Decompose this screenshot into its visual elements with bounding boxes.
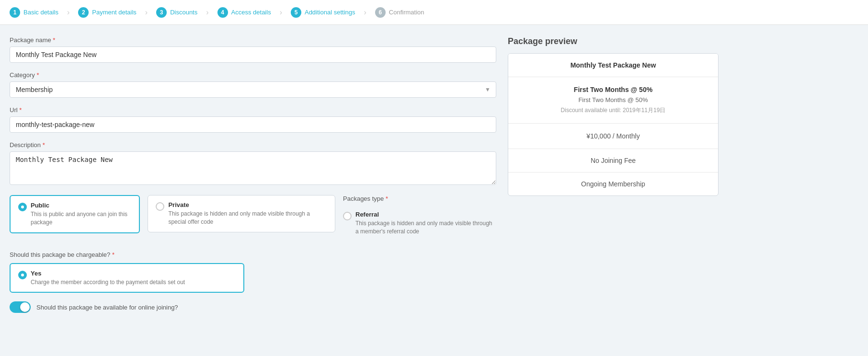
package-name-required: * bbox=[53, 36, 55, 44]
private-option[interactable]: Private This package is hidden and only … bbox=[148, 195, 335, 232]
public-radio[interactable] bbox=[18, 203, 27, 211]
step-6-label: Confirmation bbox=[389, 9, 424, 16]
private-radio[interactable] bbox=[156, 202, 164, 211]
package-name-group: Package name * bbox=[10, 36, 496, 63]
joining-fee-text: No Joining Fee bbox=[591, 157, 636, 164]
referral-text: Referral This package is hidden and only… bbox=[355, 211, 496, 236]
preview-title: Package preview bbox=[508, 36, 719, 46]
online-joining-label: Should this package be available for onl… bbox=[36, 304, 178, 311]
referral-option[interactable]: Referral This package is hidden and only… bbox=[343, 205, 496, 241]
referral-title: Referral bbox=[355, 211, 496, 218]
step-5[interactable]: 5 Additional settings bbox=[283, 7, 363, 18]
preview-card: Monthly Test Package New First Two Month… bbox=[508, 53, 719, 196]
ongoing-text: Ongoing Membership bbox=[581, 180, 645, 188]
public-option[interactable]: Public This is public and anyone can joi… bbox=[10, 195, 140, 233]
yes-title: Yes bbox=[31, 270, 185, 277]
public-desc: This is public and anyone can join this … bbox=[31, 210, 131, 227]
category-group: Category * Membership ▼ bbox=[10, 71, 496, 98]
divider-4: › bbox=[279, 8, 283, 17]
step-4-circle: 4 bbox=[217, 7, 228, 18]
step-1-label: Basic details bbox=[23, 9, 58, 16]
public-title: Public bbox=[31, 202, 131, 209]
private-title: Private bbox=[168, 201, 327, 208]
step-5-circle: 5 bbox=[291, 7, 301, 18]
online-joining-toggle[interactable] bbox=[10, 301, 31, 313]
yes-text: Yes Charge the member according to the p… bbox=[31, 270, 185, 287]
stepper: 1 Basic details › 2 Payment details › 3 … bbox=[0, 0, 868, 25]
referral-desc: This package is hidden and only made vis… bbox=[355, 219, 496, 236]
referral-radio[interactable] bbox=[343, 212, 352, 220]
preview-price-section: ¥10,000 / Monthly bbox=[508, 124, 718, 149]
description-input[interactable] bbox=[10, 151, 496, 185]
discount-sub: First Two Months @ 50% bbox=[516, 96, 710, 103]
private-text: Private This package is hidden and only … bbox=[168, 201, 327, 226]
url-group: Url * bbox=[10, 106, 496, 133]
package-name-label: Package name * bbox=[10, 36, 496, 44]
chargeable-required: * bbox=[112, 251, 114, 258]
chargeable-group: Should this package be chargeable? * Yes… bbox=[10, 251, 496, 293]
category-required: * bbox=[36, 71, 39, 79]
preview-panel: Package preview Monthly Test Package New… bbox=[508, 36, 719, 345]
step-2-label: Payment details bbox=[92, 9, 137, 16]
divider-2: › bbox=[144, 8, 148, 17]
url-required: * bbox=[19, 106, 22, 114]
step-5-label: Additional settings bbox=[305, 9, 355, 16]
divider-1: › bbox=[66, 8, 70, 17]
private-desc: This package is hidden and only made vis… bbox=[168, 210, 327, 226]
discount-main: First Two Months @ 50% bbox=[516, 86, 710, 93]
divider-5: › bbox=[363, 8, 367, 17]
url-label: Url * bbox=[10, 106, 496, 114]
toggle-knob bbox=[20, 302, 30, 312]
description-required: * bbox=[43, 141, 45, 149]
step-1[interactable]: 1 Basic details bbox=[8, 7, 66, 18]
preview-joining-fee: No Joining Fee bbox=[508, 149, 718, 172]
online-joining-row: Should this package be available for onl… bbox=[10, 301, 496, 313]
preview-ongoing: Ongoing Membership bbox=[508, 172, 718, 195]
step-6-circle: 6 bbox=[375, 7, 386, 18]
preview-card-header: Monthly Test Package New bbox=[508, 54, 718, 77]
step-3[interactable]: 3 Discounts bbox=[148, 7, 205, 18]
price-text: ¥10,000 / Monthly bbox=[586, 132, 640, 140]
step-2-circle: 2 bbox=[78, 7, 89, 18]
step-3-label: Discounts bbox=[170, 9, 197, 16]
category-label: Category * bbox=[10, 71, 496, 79]
packages-type-label: Packages type * bbox=[343, 195, 496, 202]
yes-radio[interactable] bbox=[18, 271, 27, 279]
form-panel: Package name * Category * Membership ▼ U… bbox=[10, 36, 508, 345]
packages-type-required: * bbox=[386, 195, 388, 202]
category-select[interactable]: Membership bbox=[10, 81, 496, 98]
package-type-group: Packages type * Referral This package is… bbox=[343, 195, 496, 241]
step-4[interactable]: 4 Access details bbox=[210, 7, 279, 18]
step-4-label: Access details bbox=[231, 9, 271, 16]
description-group: Description * bbox=[10, 141, 496, 186]
category-select-wrapper: Membership ▼ bbox=[10, 81, 496, 98]
step-3-circle: 3 bbox=[156, 7, 167, 18]
public-text: Public This is public and anyone can joi… bbox=[31, 202, 131, 227]
package-name-input[interactable] bbox=[10, 46, 496, 63]
yes-option[interactable]: Yes Charge the member according to the p… bbox=[10, 263, 244, 293]
yes-desc: Charge the member according to the payme… bbox=[31, 278, 185, 287]
chargeable-label: Should this package be chargeable? * bbox=[10, 251, 496, 258]
url-input[interactable] bbox=[10, 116, 496, 133]
discount-until: Discount available until: 2019年11月19日 bbox=[516, 106, 710, 115]
description-label: Description * bbox=[10, 141, 496, 149]
divider-3: › bbox=[205, 8, 209, 17]
step-1-circle: 1 bbox=[10, 7, 20, 18]
step-6[interactable]: 6 Confirmation bbox=[367, 7, 432, 18]
step-2[interactable]: 2 Payment details bbox=[70, 7, 144, 18]
preview-discount-section: First Two Months @ 50% First Two Months … bbox=[508, 77, 718, 124]
options-full-row: Public This is public and anyone can joi… bbox=[10, 195, 496, 241]
main-layout: Package name * Category * Membership ▼ U… bbox=[0, 25, 868, 356]
